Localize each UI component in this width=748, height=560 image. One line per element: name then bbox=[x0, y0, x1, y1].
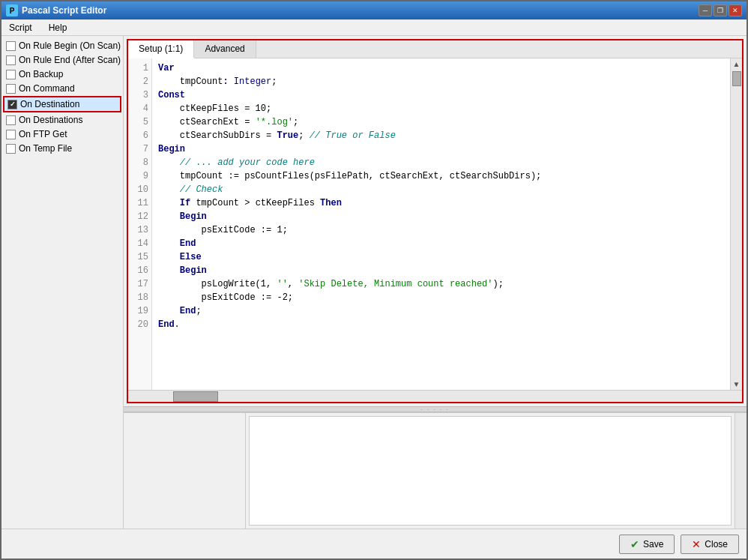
checkbox-on-destinations[interactable] bbox=[6, 115, 16, 125]
bottom-bar: ✔ Save ✕ Close bbox=[1, 529, 747, 559]
sidebar-item-on-destination[interactable]: ✓ On Destination bbox=[3, 96, 121, 112]
main-content: On Rule Begin (On Scan) On Rule End (Aft… bbox=[1, 36, 747, 529]
sidebar-label-on-command: On Command bbox=[19, 83, 75, 94]
sidebar-label-on-temp-file: On Temp File bbox=[19, 143, 72, 154]
window-close-button[interactable]: ✕ bbox=[729, 4, 742, 16]
sidebar-label-on-destinations: On Destinations bbox=[19, 115, 82, 125]
sidebar-item-on-temp-file[interactable]: On Temp File bbox=[3, 142, 121, 155]
checkbox-on-rule-begin[interactable] bbox=[6, 41, 16, 51]
sidebar-label-on-ftp-get: On FTP Get bbox=[19, 129, 67, 139]
menu-help[interactable]: Help bbox=[44, 21, 72, 34]
close-icon: ✕ bbox=[692, 538, 701, 550]
app-icon: P bbox=[6, 4, 18, 16]
minimize-button[interactable]: ─ bbox=[699, 4, 712, 16]
checkbox-on-backup[interactable] bbox=[6, 70, 16, 79]
checkbox-on-command[interactable] bbox=[6, 84, 16, 94]
scroll-up-arrow[interactable]: ▲ bbox=[733, 60, 741, 68]
checkbox-on-ftp-get[interactable] bbox=[6, 130, 16, 139]
title-bar: P Pascal Script Editor ─ ❐ ✕ bbox=[1, 1, 747, 19]
sidebar-label-on-rule-begin: On Rule Begin (On Scan) bbox=[19, 40, 121, 51]
sidebar-item-on-destinations[interactable]: On Destinations bbox=[3, 113, 121, 127]
close-button[interactable]: ✕ Close bbox=[681, 535, 739, 554]
menu-bar: Script Help bbox=[1, 19, 747, 36]
title-bar-buttons: ─ ❐ ✕ bbox=[699, 4, 742, 16]
lower-scrollbar[interactable] bbox=[735, 413, 747, 529]
save-button[interactable]: ✔ Save bbox=[619, 535, 675, 554]
checkbox-on-destination[interactable]: ✓ bbox=[7, 100, 17, 109]
save-label: Save bbox=[643, 539, 663, 550]
editor-area: Setup (1:1) Advanced 1 2 3 4 5 6 7 8 910… bbox=[127, 39, 744, 403]
editor-scrollbar[interactable]: ▲ ▼ bbox=[730, 58, 742, 390]
lower-sidebar bbox=[124, 413, 246, 529]
save-icon: ✔ bbox=[630, 538, 639, 550]
tabs: Setup (1:1) Advanced bbox=[128, 40, 742, 58]
h-scroll-thumb[interactable] bbox=[173, 391, 218, 402]
menu-script[interactable]: Script bbox=[4, 21, 37, 34]
lower-panel bbox=[124, 412, 747, 529]
sidebar-label-on-backup: On Backup bbox=[19, 69, 63, 79]
right-panel: Setup (1:1) Advanced 1 2 3 4 5 6 7 8 910… bbox=[124, 36, 747, 529]
horizontal-scrollbar[interactable] bbox=[128, 390, 742, 402]
tab-advanced[interactable]: Advanced bbox=[194, 40, 256, 58]
checkbox-on-temp-file[interactable] bbox=[6, 144, 16, 154]
main-window: P Pascal Script Editor ─ ❐ ✕ Script Help… bbox=[0, 0, 748, 560]
sidebar-item-on-ftp-get[interactable]: On FTP Get bbox=[3, 127, 121, 141]
separator-bar[interactable]: · · · · · bbox=[124, 406, 747, 412]
sidebar-item-on-rule-begin[interactable]: On Rule Begin (On Scan) bbox=[3, 39, 121, 52]
sidebar-label-on-rule-end: On Rule End (After Scan) bbox=[19, 55, 121, 65]
sidebar-item-on-backup[interactable]: On Backup bbox=[3, 67, 121, 81]
code-editor: 1 2 3 4 5 6 7 8 910 1112131415 161718192… bbox=[128, 58, 742, 390]
sidebar: On Rule Begin (On Scan) On Rule End (Aft… bbox=[1, 36, 124, 529]
lower-editor[interactable] bbox=[249, 416, 732, 526]
line-numbers: 1 2 3 4 5 6 7 8 910 1112131415 161718192… bbox=[128, 58, 152, 390]
restore-button[interactable]: ❐ bbox=[714, 4, 727, 16]
window-title: Pascal Script Editor bbox=[22, 5, 106, 16]
lower-content bbox=[124, 413, 747, 529]
close-label: Close bbox=[705, 539, 728, 550]
tab-setup[interactable]: Setup (1:1) bbox=[128, 40, 194, 58]
code-content[interactable]: Var tmpCount: Integer; Const ctKeepFiles… bbox=[152, 58, 730, 390]
checkbox-on-rule-end[interactable] bbox=[6, 55, 16, 65]
scroll-thumb[interactable] bbox=[732, 71, 741, 86]
scroll-down-arrow[interactable]: ▼ bbox=[733, 380, 741, 388]
title-bar-left: P Pascal Script Editor bbox=[6, 4, 106, 16]
sidebar-label-on-destination: On Destination bbox=[20, 99, 79, 109]
sidebar-item-on-rule-end[interactable]: On Rule End (After Scan) bbox=[3, 53, 121, 67]
sidebar-item-on-command[interactable]: On Command bbox=[3, 82, 121, 95]
scroll-track[interactable] bbox=[732, 70, 741, 379]
